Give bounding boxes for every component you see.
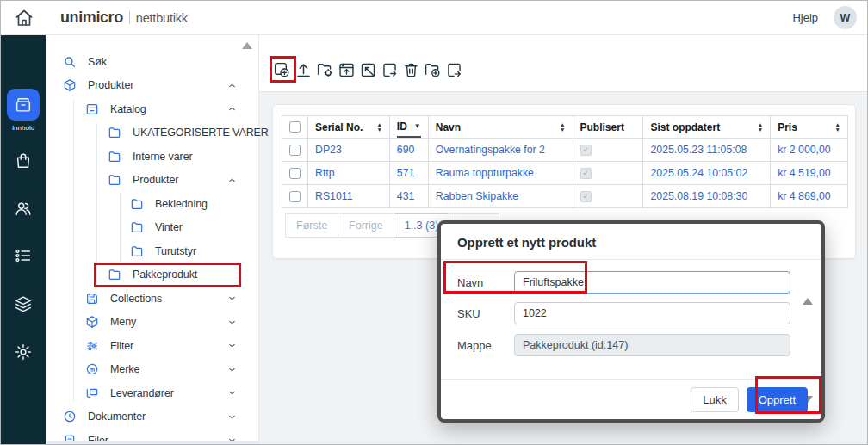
upload-button[interactable]: [294, 58, 313, 82]
column-header-serial-no[interactable]: Serial No.▲▼: [308, 116, 390, 139]
pagination-f-rste[interactable]: Første: [285, 213, 338, 238]
row-select-cell: [282, 139, 308, 162]
rail-item-layers[interactable]: [1, 294, 46, 313]
navn-link[interactable]: Overnatingspakke for 2: [436, 144, 545, 156]
field-label: Navn: [457, 276, 514, 289]
sort-icon[interactable]: ▲▼: [376, 122, 381, 132]
column-header-pris[interactable]: Pris▲▼: [771, 116, 848, 139]
sku-input[interactable]: 1022: [514, 302, 790, 324]
chevron-down-icon: [227, 341, 237, 350]
product-table: Serial No.▲▼ID▼Navn▲▼PublisertSist oppda…: [282, 115, 848, 208]
sist-oppdatert-cell: 2025.05.24 10:05:02: [643, 162, 771, 185]
sist-oppdatert-cell: 2025.05.23 11:05:08: [643, 139, 771, 162]
column-header-id[interactable]: ID▼: [389, 116, 428, 139]
field-value: 1022: [523, 307, 547, 319]
row-select-cell: [282, 162, 308, 185]
chevron-down-icon: [227, 388, 237, 398]
pagination-forrige[interactable]: Forrige: [338, 213, 394, 238]
sort-icon[interactable]: ▲▼: [835, 122, 840, 132]
field-value: Friluftspakke: [523, 276, 584, 288]
add-product-button[interactable]: [272, 58, 291, 82]
nav-item-interne-varer[interactable]: Interne varer: [46, 145, 259, 169]
column-label: Pris: [778, 121, 797, 133]
nav-item-vinter[interactable]: Vinter: [46, 216, 259, 240]
window-import-button[interactable]: [358, 58, 377, 82]
trash-button[interactable]: [401, 58, 420, 82]
modal-scroll-up-icon[interactable]: [803, 298, 813, 305]
help-link[interactable]: Hjelp: [792, 11, 818, 24]
avatar[interactable]: W: [834, 6, 857, 29]
id-link[interactable]: 571: [397, 167, 415, 179]
nav-item-label: Filter: [110, 340, 133, 352]
field-label: Mappe: [457, 339, 514, 352]
nav-item-collections[interactable]: Collections: [46, 287, 259, 311]
nav-item-label: Produkter: [88, 79, 133, 91]
navn-link[interactable]: Rauma toppturpakke: [436, 167, 534, 179]
row-checkbox[interactable]: [289, 145, 301, 156]
folder-settings-button[interactable]: [315, 58, 334, 82]
nav-item-bekledning[interactable]: Bekledning: [46, 192, 259, 216]
nav-horizontal-scrollbar[interactable]: [46, 441, 258, 445]
nav-item-label: Vinter: [155, 221, 183, 233]
nav-item-s-k[interactable]: Søk: [46, 50, 259, 74]
close-button[interactable]: Lukk: [691, 387, 738, 412]
nav-item-label: Søk: [88, 56, 107, 68]
file-export-icon: [381, 61, 399, 79]
nav-item-produkter[interactable]: Produkter: [46, 169, 259, 193]
pris-value: kr 2 000,00: [778, 144, 831, 156]
column-header-sist-oppdatert[interactable]: Sist oppdatert▲▼: [643, 116, 771, 139]
nav-item-leverand-rer[interactable]: Leverandører: [46, 381, 259, 405]
badge-icon: [85, 362, 99, 376]
row-checkbox[interactable]: [289, 191, 301, 202]
rail-item-innhold[interactable]: Innhold: [1, 89, 46, 132]
window-upload-button[interactable]: [337, 58, 356, 82]
navn-input[interactable]: Friluftspakke: [514, 271, 790, 294]
row-checkbox[interactable]: [289, 168, 301, 179]
sort-icon[interactable]: ▲▼: [758, 122, 763, 132]
nav-item-filter[interactable]: Filter: [46, 334, 259, 358]
nav-item-meny[interactable]: Meny: [46, 311, 259, 335]
navn-link[interactable]: Rabben Skipakke: [436, 190, 518, 202]
select-all-checkbox[interactable]: [289, 121, 301, 133]
rail-item-checklist[interactable]: [1, 246, 46, 265]
id-cell: 571: [389, 162, 428, 185]
active-tile: [7, 89, 40, 121]
serial-link[interactable]: RS1011: [315, 190, 353, 202]
rail-item-gear[interactable]: [1, 343, 46, 362]
nav-scroll-up-icon[interactable]: [242, 42, 252, 49]
file-move-button[interactable]: [444, 58, 463, 82]
sort-icon[interactable]: ▲▼: [560, 122, 565, 132]
nav-item-pakkeprodukt[interactable]: Pakkeprodukt: [46, 263, 259, 287]
id-link[interactable]: 431: [397, 190, 415, 202]
publisert-cell: ✓: [573, 185, 643, 208]
cube-icon: [63, 78, 77, 92]
nav-item-dokumenter[interactable]: Dokumenter: [46, 405, 259, 430]
chevron-up-icon: [227, 104, 237, 114]
rail-item-label: Innhold: [12, 124, 34, 132]
serial-link[interactable]: Rttp: [315, 167, 335, 179]
nav-item-label: Collections: [110, 293, 162, 305]
folder-icon: [130, 197, 144, 211]
rail-item-people[interactable]: [1, 199, 46, 218]
filter-icon: [85, 339, 99, 353]
column-header-navn[interactable]: Navn▲▼: [428, 116, 573, 139]
id-link[interactable]: 690: [397, 144, 415, 156]
nav-item-katalog[interactable]: Katalog: [46, 97, 259, 121]
icon-rail: Innhold: [1, 35, 46, 445]
rail-item-shopping-bag[interactable]: [1, 151, 46, 170]
folder-add-button[interactable]: [423, 58, 442, 82]
file-export-button[interactable]: [380, 58, 399, 82]
sort-desc-icon[interactable]: ▼: [414, 122, 421, 130]
serial-link[interactable]: DP23: [315, 144, 342, 156]
nav-item-produkter[interactable]: Produkter: [46, 74, 259, 98]
brand-logo: unimicro nettbutikk: [60, 9, 188, 27]
nav-item-turutstyr[interactable]: Turutstyr: [46, 239, 259, 263]
home-icon[interactable]: [14, 8, 34, 28]
column-header-select-all[interactable]: [282, 116, 308, 139]
chevron-down-icon: [227, 318, 237, 327]
nav-item-merke[interactable]: Merke: [46, 358, 259, 382]
table-row: DP23 690 Overnatingspakke for 2 ✓ 2025.0…: [282, 139, 848, 162]
publisert-checkbox-checked: ✓: [580, 168, 592, 179]
create-button[interactable]: Opprett: [747, 387, 808, 412]
nav-item-ukategoriserte-varer[interactable]: UKATEGORISERTE VARER: [46, 121, 259, 145]
